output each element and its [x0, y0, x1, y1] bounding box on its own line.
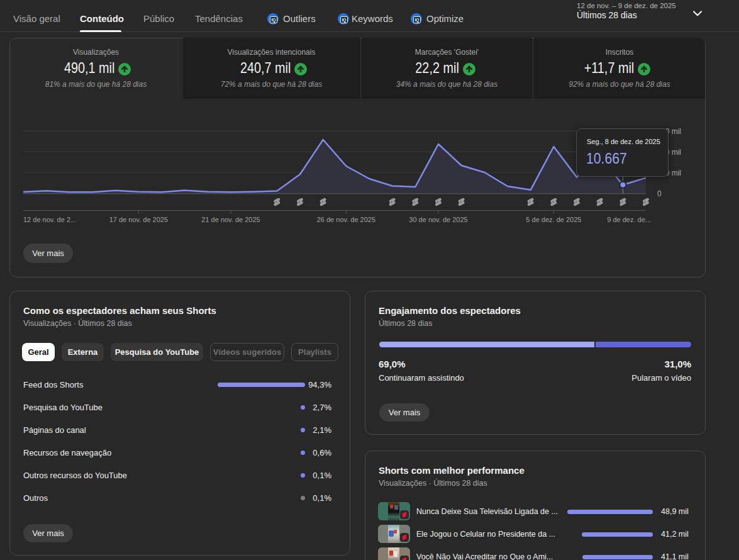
svg-text:26 de nov. de 2025: 26 de nov. de 2025 — [317, 216, 375, 223]
svg-text:21 de nov. de 2025: 21 de nov. de 2025 — [201, 216, 260, 223]
svg-text:12 de nov. de 2...: 12 de nov. de 2... — [23, 216, 76, 223]
svg-text:5 de dez. de 2025: 5 de dez. de 2025 — [526, 216, 581, 223]
svg-text:30 de nov. de 2025: 30 de nov. de 2025 — [409, 216, 467, 223]
svg-text:17 de nov. de 2025: 17 de nov. de 2025 — [109, 216, 168, 223]
svg-text:9 de dez. de...: 9 de dez. de... — [607, 216, 651, 223]
